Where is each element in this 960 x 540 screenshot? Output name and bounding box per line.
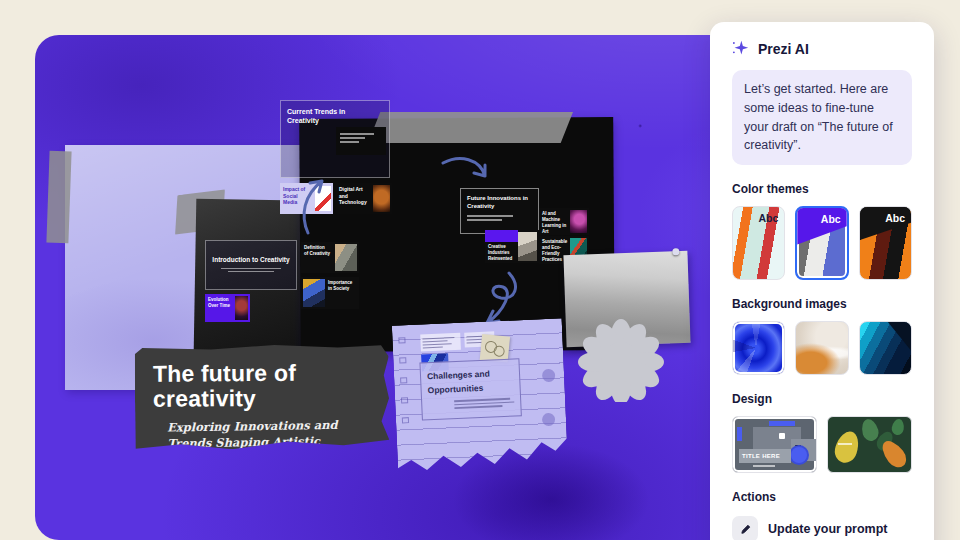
collage-accent: [737, 427, 742, 441]
slide-future-innovations[interactable]: Future Innovations in Creativity: [460, 188, 539, 234]
card-thumbnail: [303, 279, 325, 307]
notepad-dot: [542, 369, 556, 383]
prezi-ai-panel: Prezi AI Let’s get started. Here are som…: [710, 22, 934, 540]
notepad-dot: [542, 413, 556, 427]
update-prompt-action[interactable]: Update your prompt: [732, 516, 912, 540]
arrow-to-current-trends: [298, 175, 330, 237]
pin-icon: [672, 248, 679, 255]
leaf-shape: [891, 418, 906, 436]
panel-header: Prezi AI: [732, 40, 912, 57]
card-thumbnail: [335, 244, 357, 271]
design-text-placeholder: [838, 443, 852, 445]
slide-title: Introduction to Creativity: [212, 256, 289, 263]
design-label: Design: [732, 392, 912, 406]
slide-title: Challenges and Opportunities: [427, 367, 514, 398]
tape-strip-board: [368, 112, 573, 143]
slide-introduction[interactable]: Introduction to Creativity: [205, 240, 297, 290]
placeholder-text-lines: [454, 398, 514, 409]
design-title-placeholder: TITLE HERE: [742, 453, 780, 459]
collage-flower-shape: [791, 447, 807, 463]
background-option-blue-flower-selected[interactable]: [732, 321, 785, 375]
background-option-dark-geometric[interactable]: [859, 321, 912, 375]
card-evolution-over-time[interactable]: Evolution Over Time: [205, 294, 250, 322]
collage-accent: [769, 421, 795, 426]
slide-text-box: [336, 127, 386, 155]
ai-message-bubble: Let’s get started. Here are some ideas t…: [732, 70, 912, 165]
arrow-to-future-innovations: [440, 155, 492, 193]
card-header: [485, 230, 518, 242]
leaf-shape: [832, 428, 863, 465]
card-thumbnail: [235, 296, 248, 320]
card-importance-in-society[interactable]: Importance in Society: [301, 277, 359, 309]
card-digital-art-technology[interactable]: Digital Art and Technology: [336, 183, 392, 214]
color-themes-label: Color themes: [732, 182, 912, 196]
design-option-leaves[interactable]: [827, 416, 912, 473]
prezi-editor: Current Trends in Creativity Impact of S…: [0, 0, 960, 540]
notepad-margin-icons: [398, 337, 411, 457]
card-creative-industries[interactable]: Creative Industries Reinvented: [485, 230, 539, 263]
slide-title: Current Trends in Creativity: [281, 101, 349, 126]
slide-current-trends[interactable]: Current Trends in Creativity: [280, 100, 390, 178]
sparkle-icon: [732, 40, 749, 57]
card-ai-machine-learning[interactable]: AI and Machine Learning in Art: [539, 208, 589, 235]
design-option-collage-selected[interactable]: TITLE HERE: [732, 416, 817, 473]
background-option-beige-abstract[interactable]: [795, 321, 848, 375]
panel-title: Prezi AI: [758, 41, 809, 57]
slide-group-current-trends[interactable]: Current Trends in Creativity Impact of S…: [280, 100, 392, 215]
card-thumbnail: [518, 232, 537, 261]
notepad-mini-card: [420, 333, 461, 352]
background-images-label: Background images: [732, 297, 912, 311]
card-thumbnail: [570, 210, 587, 233]
slide-challenges[interactable]: Challenges and Opportunities: [419, 358, 521, 420]
design-subtitle-placeholder: [753, 465, 775, 467]
tape-strip-left: [46, 151, 71, 244]
notepad-dot: [540, 453, 554, 467]
theme-option-light[interactable]: Abc: [732, 206, 785, 280]
collage-block: [779, 433, 785, 439]
card-definition-of-creativity[interactable]: Definition of Creativity: [301, 242, 359, 273]
slide-challenges-notepad[interactable]: Challenges and Opportunities: [392, 318, 568, 475]
theme-option-dark[interactable]: Abc: [859, 206, 912, 280]
presentation-subtitle: Exploring Innovations and Trends Shaping…: [167, 417, 368, 467]
presentation-title: The future of creativity: [135, 345, 333, 413]
background-images-row: [732, 321, 912, 375]
design-row: TITLE HERE: [732, 416, 912, 473]
flower-cutout-shape: [573, 318, 669, 402]
actions-label: Actions: [732, 490, 912, 504]
color-themes-row: Abc Abc Abc: [732, 206, 912, 280]
theme-option-purple-selected[interactable]: Abc: [795, 206, 848, 280]
main-title-block[interactable]: The future of creativity Exploring Innov…: [135, 344, 390, 450]
update-prompt-label: Update your prompt: [768, 522, 887, 536]
pencil-icon: [732, 516, 758, 540]
card-thumbnail: [373, 185, 390, 212]
slide-group-introduction[interactable]: Introduction to Creativity Evolution Ove…: [205, 240, 390, 352]
